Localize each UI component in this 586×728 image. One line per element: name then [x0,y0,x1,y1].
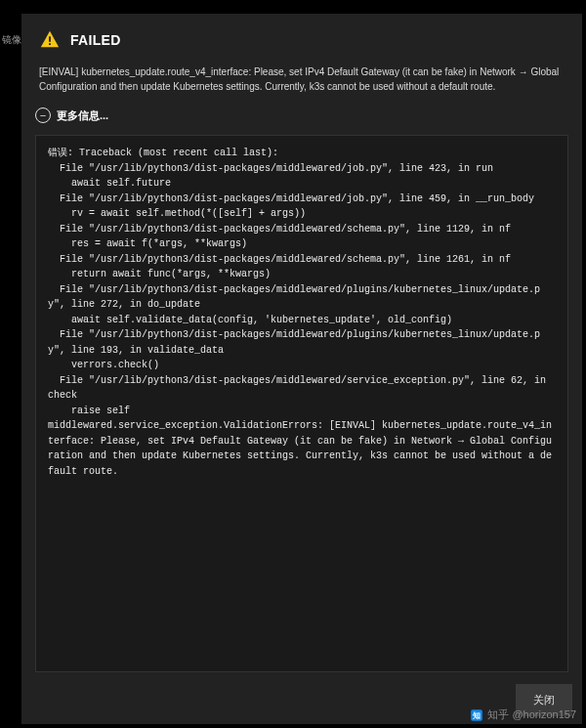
warning-icon [39,29,61,51]
error-description: [EINVAL] kubernetes_update.route_v4_inte… [21,59,582,104]
dialog-header: FAILED [21,14,582,59]
more-info-toggle[interactable]: − 更多信息... [21,104,582,131]
close-button[interactable]: 关闭 [516,684,572,716]
traceback-text: 错误: Traceback (most recent call last): F… [48,146,556,479]
more-info-label: 更多信息... [57,108,108,123]
error-dialog: FAILED [EINVAL] kubernetes_update.route_… [21,14,582,724]
dialog-footer: 关闭 [21,676,582,724]
svg-rect-0 [49,36,51,42]
traceback-container: 错误: Traceback (most recent call last): F… [35,135,568,672]
svg-rect-1 [49,43,51,45]
collapse-icon: − [35,107,51,123]
side-label: 镜像 [2,33,21,47]
dialog-title: FAILED [70,32,121,48]
